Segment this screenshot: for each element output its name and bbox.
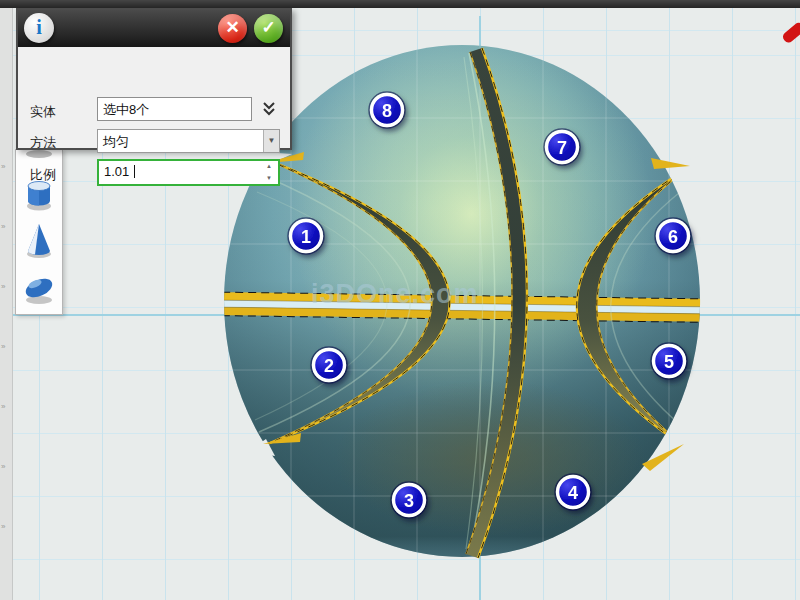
strip-grip-icon: »	[1, 163, 12, 171]
strip-grip-icon: »	[1, 343, 12, 351]
strip-grip-icon: »	[1, 223, 12, 231]
badge-5[interactable]: 5	[651, 343, 687, 379]
badge-4[interactable]: 4	[555, 474, 591, 510]
dialog-titlebar[interactable]: i ✕ ✓	[18, 10, 290, 47]
badge-7[interactable]: 7	[544, 129, 580, 165]
dialog-body: 实体 选中8个 方法 均匀 ▼ 比例 1.01 ▲ ▼	[18, 47, 290, 148]
cone-icon[interactable]	[27, 224, 51, 258]
ellipsoid-icon[interactable]	[23, 275, 55, 304]
cylinder-icon[interactable]	[27, 182, 51, 211]
entity-input[interactable]: 选中8个	[97, 97, 252, 121]
method-field-label: 方法	[30, 134, 56, 152]
method-dropdown[interactable]: 均匀 ▼	[97, 129, 280, 153]
app-window: i3DOne.com 1 2 3 4 5	[0, 0, 800, 600]
scale-value: 1.01	[99, 161, 134, 179]
expand-chevrons-icon[interactable]	[258, 98, 280, 120]
entity-value: 选中8个	[103, 102, 149, 117]
badge-8[interactable]: 8	[369, 92, 405, 128]
badge-6[interactable]: 6	[655, 218, 691, 254]
scale-spinbox[interactable]: 1.01 ▲ ▼	[97, 159, 280, 186]
spin-up-icon[interactable]: ▲	[262, 161, 276, 173]
badge-1[interactable]: 1	[288, 218, 324, 254]
spinner-arrows[interactable]: ▲ ▼	[262, 161, 276, 184]
svg-text:3: 3	[404, 491, 414, 511]
confirm-button[interactable]: ✓	[254, 14, 283, 43]
scale-field-label: 比例	[30, 166, 56, 184]
svg-text:7: 7	[557, 138, 567, 158]
svg-text:6: 6	[668, 227, 678, 247]
cancel-button[interactable]: ✕	[218, 14, 247, 43]
badge-3[interactable]: 3	[391, 482, 427, 518]
svg-text:1: 1	[301, 227, 311, 247]
watermark-text: i3DOne.com	[311, 279, 479, 309]
svg-text:2: 2	[324, 356, 334, 376]
strip-grip-icon: »	[1, 283, 12, 291]
svg-text:5: 5	[664, 352, 674, 372]
spin-down-icon[interactable]: ▼	[262, 173, 276, 185]
strip-grip-icon: »	[1, 403, 12, 411]
strip-grip-icon: »	[1, 523, 12, 531]
svg-text:4: 4	[568, 483, 578, 503]
compass-pointer-icon	[781, 21, 800, 45]
text-caret	[134, 165, 135, 178]
dropdown-arrow-icon[interactable]: ▼	[263, 130, 279, 152]
app-titlebar	[0, 0, 800, 8]
entity-field-label: 实体	[30, 103, 56, 121]
svg-text:8: 8	[382, 101, 392, 121]
method-value: 均匀	[98, 130, 279, 151]
collapsed-panel-strip[interactable]: » » » » » » »	[0, 8, 13, 600]
scale-dialog: i ✕ ✓ 实体 选中8个 方法 均匀 ▼ 比例 1.01 ▲	[16, 8, 292, 150]
strip-grip-icon: »	[1, 463, 12, 471]
badge-2[interactable]: 2	[311, 347, 347, 383]
info-icon: i	[24, 13, 54, 43]
